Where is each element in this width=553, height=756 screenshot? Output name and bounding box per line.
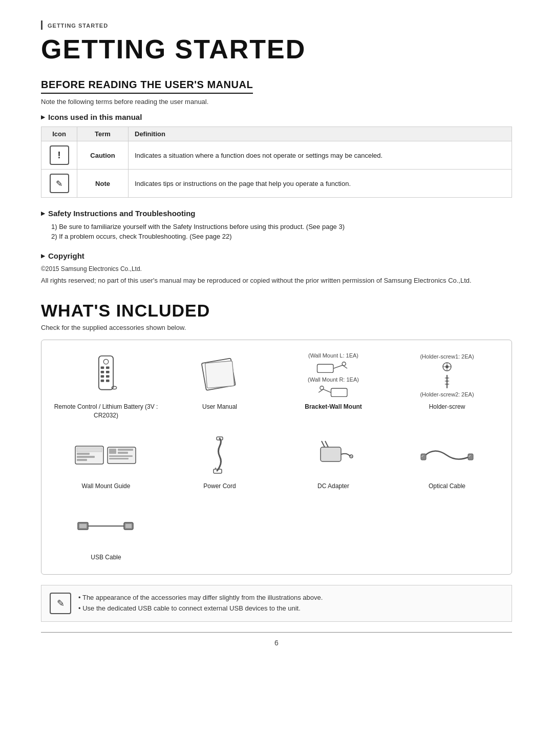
- note-box-icon: ✎: [50, 593, 71, 614]
- svg-point-10: [112, 386, 116, 389]
- bracket-label: Bracket-Wall Mount: [305, 403, 362, 411]
- note-icon: ✎: [50, 174, 69, 193]
- accessory-guide: Wall Mount Guide: [52, 432, 160, 491]
- svg-rect-32: [109, 458, 129, 459]
- adapter-svg: [310, 437, 356, 473]
- remote-image: [91, 352, 121, 398]
- guide-image: [73, 432, 139, 478]
- copyright-section: Copyright ©2015 Samsung Electronics Co.,…: [41, 251, 512, 286]
- svg-rect-15: [331, 388, 348, 396]
- svg-rect-23: [77, 448, 102, 452]
- accessory-cord: Power Cord: [165, 432, 274, 491]
- svg-rect-31: [109, 455, 133, 457]
- col-definition: Definition: [129, 127, 512, 141]
- cord-svg: [204, 436, 235, 474]
- svg-line-39: [325, 441, 328, 447]
- accessory-adapter: DC Adapter: [279, 432, 388, 491]
- breadcrumb-text: Getting Started: [48, 23, 108, 29]
- bracket-sublabel-l: (Wall Mount L: 1EA): [308, 352, 358, 359]
- holder-sublabel-1: (Holder-screw1: 2EA): [420, 353, 474, 360]
- holder-image: (Holder-screw1: 2EA) (Holder-screw2: 2EA…: [420, 352, 474, 398]
- note-term: Note: [77, 170, 129, 198]
- usb-label: USB Cable: [91, 553, 121, 562]
- accessories-grid: Remote Control / Lithium Battery (3V : C…: [52, 352, 501, 562]
- table-row: ! Caution Indicates a situation where a …: [41, 141, 512, 170]
- safety-item-1: Be sure to familiarize yourself with the…: [51, 223, 512, 230]
- svg-rect-4: [101, 371, 104, 373]
- svg-rect-28: [109, 449, 116, 454]
- svg-rect-2: [101, 366, 104, 369]
- accessory-bracket: (Wall Mount L: 1EA) (Wall Mount R: 1EA) …: [279, 352, 388, 420]
- holder-sublabel-2: (Holder-screw2: 2EA): [420, 391, 474, 397]
- accessories-box: Remote Control / Lithium Battery (3V : C…: [41, 340, 512, 575]
- breadcrumb-bar: Getting Started: [41, 20, 512, 30]
- caution-icon-cell: !: [41, 141, 77, 170]
- safety-list: Be sure to familiarize yourself with the…: [41, 223, 512, 240]
- included-note: Check for the supplied accessories shown…: [41, 324, 512, 331]
- remote-label: Remote Control / Lithium Battery (3V : C…: [52, 403, 160, 420]
- manual-image: [199, 352, 240, 398]
- caution-term: Caution: [77, 141, 129, 170]
- accessory-remote: Remote Control / Lithium Battery (3V : C…: [52, 352, 160, 420]
- svg-point-14: [342, 362, 346, 365]
- bracket-image: (Wall Mount L: 1EA) (Wall Mount R: 1EA): [308, 352, 359, 398]
- manual-label: User Manual: [202, 403, 237, 411]
- note-icon-cell: ✎: [41, 170, 77, 198]
- svg-rect-24: [77, 453, 90, 455]
- safety-title: Safety Instructions and Troubleshooting: [41, 209, 512, 218]
- bracket-svg-l: [313, 361, 354, 374]
- svg-rect-25: [77, 456, 95, 458]
- note-bullet-1: The appearance of the accessories may di…: [78, 593, 323, 603]
- svg-rect-47: [79, 524, 87, 528]
- svg-rect-29: [118, 449, 133, 451]
- before-reading-title: BEFORE READING THE USER'S MANUAL: [41, 79, 253, 94]
- adapter-image: [310, 432, 356, 478]
- svg-rect-5: [106, 371, 110, 373]
- before-reading-note: Note the following terms before reading …: [41, 98, 512, 106]
- accessory-optical: Optical Cable: [393, 432, 501, 491]
- optical-label: Optical Cable: [429, 482, 465, 491]
- holder-svg-1: [439, 362, 455, 372]
- note-bullet-2: Use the dedicated USB cable to connect e…: [78, 603, 323, 614]
- svg-point-16: [320, 386, 324, 389]
- bracket-sublabel-r: (Wall Mount R: 1EA): [308, 376, 359, 383]
- icons-table: Icon Term Definition ! Caution Indicates…: [41, 127, 512, 198]
- holder-label: Holder-screw: [429, 403, 465, 411]
- note-definition: Indicates tips or instructions on the pa…: [129, 170, 512, 198]
- col-icon: Icon: [41, 127, 77, 141]
- page-title: GETTING STARTED: [41, 34, 512, 65]
- guide-svg: [73, 441, 139, 469]
- caution-definition: Indicates a situation where a function d…: [129, 141, 512, 170]
- copyright-body: All rights reserved; no part of this use…: [41, 276, 512, 286]
- guide-label: Wall Mount Guide: [82, 482, 131, 491]
- caution-icon: !: [50, 145, 69, 165]
- svg-rect-7: [106, 375, 110, 377]
- svg-rect-50: [125, 524, 132, 528]
- whats-included-title: WHAT'S INCLUDED: [41, 301, 512, 321]
- svg-line-38: [322, 441, 325, 447]
- svg-rect-8: [101, 380, 104, 382]
- usb-image: [75, 503, 137, 549]
- accessory-usb: USB Cable: [52, 503, 160, 562]
- svg-rect-3: [106, 366, 110, 369]
- accessory-manual: User Manual: [165, 352, 274, 420]
- svg-point-1: [103, 359, 108, 364]
- col-term: Term: [77, 127, 129, 141]
- icons-section-title: Icons used in this manual: [41, 113, 512, 121]
- adapter-label: DC Adapter: [317, 482, 349, 491]
- svg-rect-6: [101, 375, 104, 377]
- manual-svg: [199, 358, 240, 393]
- svg-rect-12: [205, 361, 234, 388]
- svg-rect-9: [106, 380, 110, 382]
- copyright-title: Copyright: [41, 251, 512, 260]
- safety-item-2: If a problem occurs, check Troubleshooti…: [51, 233, 512, 240]
- remote-svg: [91, 355, 121, 396]
- cord-image: [204, 432, 235, 478]
- usb-svg: [75, 513, 137, 539]
- note-bullets: The appearance of the accessories may di…: [78, 593, 323, 614]
- safety-section: Safety Instructions and Troubleshooting …: [41, 209, 512, 240]
- svg-rect-30: [118, 452, 128, 454]
- page-number: 6: [41, 632, 512, 647]
- holder-svg-screw: [442, 374, 452, 389]
- optical-image: [419, 432, 475, 478]
